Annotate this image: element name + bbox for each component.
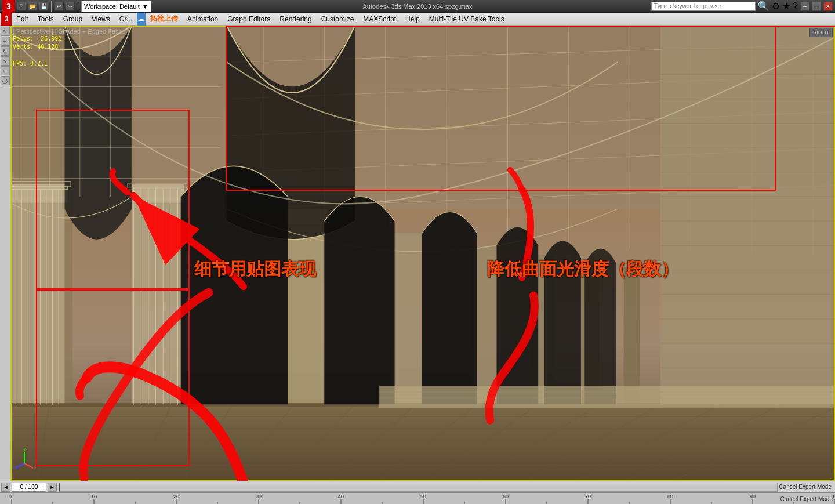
menu-maxscript[interactable]: MAXScript — [358, 13, 401, 26]
annotation-box-2 — [36, 289, 190, 466]
undo-btn[interactable]: ↩ — [55, 2, 64, 11]
search-input[interactable] — [654, 3, 753, 9]
viewport-label: [ Perspective ] [ Shaded + Edged Faces ] — [13, 28, 129, 35]
svg-text:Z: Z — [14, 465, 17, 469]
sep2 — [78, 1, 78, 12]
menu-cloud-btn[interactable]: ☁ — [137, 13, 146, 26]
menu-cr[interactable]: Cr... — [115, 13, 137, 26]
menu-edit[interactable]: Edit — [12, 13, 33, 26]
viewport-area: ↖ ✛ ↻ ⤡ □ ◯ — [0, 26, 835, 481]
timeline-track[interactable] — [59, 483, 778, 492]
ruler-canvas — [0, 493, 835, 504]
cancel-expert-mode-label: Cancel Expert Mode — [780, 495, 833, 502]
minimize-btn[interactable]: ─ — [800, 2, 809, 11]
titlebar-title: Autodesk 3ds Max 2013 x64 spzg.max — [363, 3, 473, 10]
close-btn[interactable]: ✕ — [823, 2, 833, 11]
menu-views[interactable]: Views — [87, 13, 115, 26]
menu-rendering[interactable]: Rendering — [275, 13, 316, 26]
titlebar-left: 3 🗋 📂 💾 ↩ ↪ Workspace: Default ▼ — [2, 0, 151, 13]
svg-line-103 — [24, 463, 33, 468]
frame-display-value: 0 / 100 — [20, 484, 38, 490]
ruler-area: Cancel Expert Mode — [0, 492, 835, 504]
titlebar: 3 🗋 📂 💾 ↩ ↪ Workspace: Default ▼ Autodes… — [0, 0, 835, 13]
timeline-area: ◄ 0 / 100 ► Cancel Expert Mode — [0, 481, 835, 492]
workspace-dropdown[interactable]: Workspace: Default ▼ — [81, 1, 151, 12]
menu-help[interactable]: Help — [401, 13, 424, 26]
lt-tool5[interactable]: □ — [1, 66, 10, 75]
menu-graph-editors[interactable]: Graph Editors — [223, 13, 275, 26]
svg-line-104 — [16, 463, 24, 468]
svg-text:X: X — [34, 465, 36, 469]
menu-group[interactable]: Group — [59, 13, 87, 26]
titlebar-right: 🔍 ⚙ ★ ? ─ □ ✕ — [651, 1, 833, 12]
annotation-text-2: 降低曲面光滑度（段数） — [487, 258, 678, 281]
stats-overlay: Polys: -26,992 Verts: 40,128 — [13, 35, 61, 51]
annotation-text-1: 细节用贴图表现 — [194, 258, 316, 281]
axis-indicator: Y X Z — [13, 446, 36, 469]
help-btn[interactable]: ? — [793, 1, 798, 12]
left-toolbar: ↖ ✛ ↻ ⤡ □ ◯ — [0, 26, 10, 481]
lt-tool6[interactable]: ◯ — [1, 76, 10, 85]
maximize-btn[interactable]: □ — [812, 2, 821, 11]
workspace-label: Workspace: Default — [84, 3, 140, 10]
lt-rotate[interactable]: ↻ — [1, 46, 10, 56]
menu-customize[interactable]: Customize — [317, 13, 359, 26]
annotation-box-1 — [36, 110, 190, 289]
lt-move[interactable]: ✛ — [1, 37, 10, 46]
fps-overlay: FPS: 0.2.1 — [13, 60, 48, 67]
open-btn[interactable]: 📂 — [28, 2, 37, 11]
annotation-box-3 — [226, 26, 776, 191]
menubar: 3 Edit Tools Group Views Cr... ☁ 拓接上传 An… — [0, 13, 835, 26]
menu-tuojie[interactable]: 拓接上传 — [146, 13, 183, 26]
frame-counter[interactable]: 0 / 100 — [12, 483, 46, 492]
star-btn[interactable]: ★ — [782, 1, 790, 12]
menu-tools[interactable]: Tools — [33, 13, 59, 26]
app-icon: 3 — [2, 0, 15, 13]
redo-btn[interactable]: ↪ — [66, 2, 75, 11]
timeline-nav: ◄ 0 / 100 ► — [0, 483, 58, 492]
search-box[interactable] — [651, 2, 756, 11]
menu-animation[interactable]: Animation — [183, 13, 223, 26]
tl-next-btn[interactable]: ► — [48, 483, 57, 492]
tl-prev-btn[interactable]: ◄ — [1, 483, 10, 492]
menu-multitile[interactable]: Multi-Tile UV Bake Tools — [424, 13, 509, 26]
search-btn[interactable]: 🔍 — [758, 1, 769, 12]
lt-scale[interactable]: ⤡ — [1, 56, 10, 66]
save-btn[interactable]: 💾 — [39, 2, 48, 11]
status-right-label: Cancel Expert Mode — [779, 484, 832, 490]
stats-polys: Polys: -26,992 — [13, 35, 61, 43]
lt-select[interactable]: ↖ — [1, 27, 10, 36]
svg-text:Y: Y — [23, 447, 27, 452]
settings-btn[interactable]: ⚙ — [772, 1, 780, 12]
menu-app-icon: 3 — [1, 13, 12, 26]
new-btn[interactable]: 🗋 — [17, 2, 26, 11]
right-viewport-btn[interactable]: RIGHT — [809, 28, 833, 37]
stats-verts: Verts: 40,128 — [13, 43, 61, 51]
sep1 — [51, 1, 52, 12]
